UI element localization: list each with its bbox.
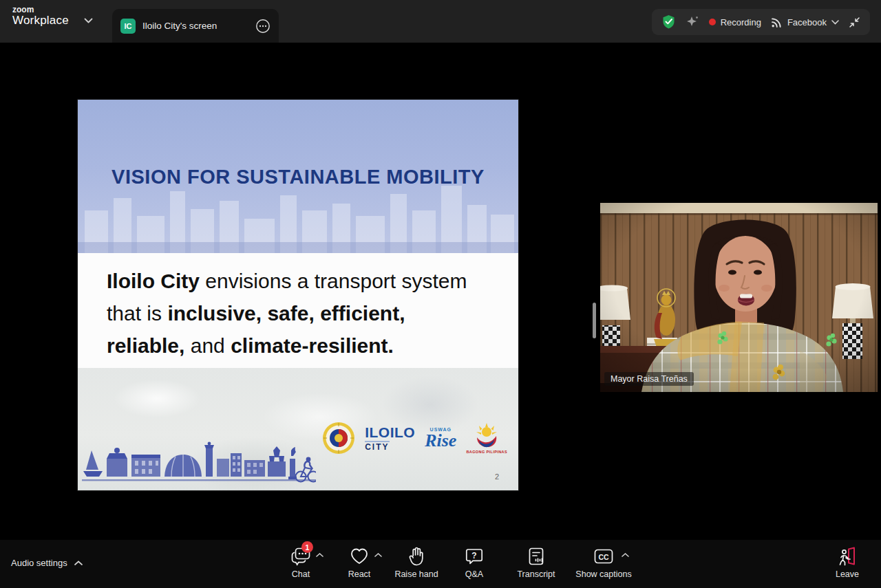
uswag-rise-logo: USWAG Rise (425, 427, 456, 450)
broadcast-icon (771, 17, 783, 28)
recording-dot-icon (709, 19, 716, 25)
svg-text:?: ? (471, 551, 476, 560)
qa-icon: ? (465, 547, 483, 565)
tab-options-icon[interactable] (255, 19, 270, 34)
shared-slide: VISION FOR SUSTAINABLE MOBILITY Iloilo C… (78, 100, 518, 490)
bagong-pilipinas-logo: BAGONG PILIPINAS (466, 422, 507, 454)
leave-button[interactable]: Leave (814, 546, 880, 579)
recording-indicator[interactable]: Recording (709, 17, 761, 28)
ai-companion-sparkle-icon[interactable] (686, 15, 699, 29)
slide-logo-row: ILOILO CITY USWAG Rise (322, 422, 507, 455)
iloilo-city-text: CITY (365, 441, 389, 451)
react-button[interactable]: React (326, 546, 392, 579)
tab-shared-screen[interactable]: IC Iloilo City's screen (112, 9, 279, 43)
transcript-button[interactable]: Transcript (503, 546, 569, 579)
chat-menu-caret-icon[interactable] (316, 552, 323, 557)
leave-label: Leave (836, 569, 859, 579)
recording-label: Recording (721, 17, 761, 28)
iloilo-wordmark-text: ILOILO (365, 425, 415, 439)
meeting-stage: VISION FOR SUSTAINABLE MOBILITY Iloilo C… (0, 43, 881, 540)
audio-settings-chevron-up-icon (74, 560, 83, 565)
iloilo-skyline-illustration (82, 438, 316, 485)
transcript-label: Transcript (517, 569, 555, 579)
panel-resize-handle[interactable] (593, 303, 596, 338)
heart-react-icon (350, 547, 369, 565)
slide-page-number: 2 (495, 472, 499, 481)
raise-hand-button[interactable]: Raise hand (383, 546, 449, 579)
exit-fullscreen-icon[interactable] (849, 17, 860, 28)
bagong-pilipinas-emblem (474, 422, 500, 448)
slide-title: VISION FOR SUSTAINABLE MOBILITY (78, 166, 518, 188)
screen-share-badge: IC (120, 19, 136, 34)
leave-meeting-icon (838, 547, 857, 566)
participant-video-frame (600, 203, 878, 392)
participant-video-tile[interactable]: Mayor Raisa Treñas (600, 203, 878, 392)
slide-title-section: VISION FOR SUSTAINABLE MOBILITY (78, 100, 518, 253)
raise-hand-icon (408, 547, 425, 566)
meeting-topbar: zoom Workplace IC Iloilo City's screen (0, 0, 881, 43)
qa-label: Q&A (465, 569, 483, 579)
tab-title: Iloilo City's screen (142, 21, 248, 31)
zoom-app-window: zoom Workplace IC Iloilo City's screen (0, 0, 881, 588)
raise-hand-label: Raise hand (394, 569, 438, 579)
city-of-iloilo-seal (322, 422, 355, 455)
live-stream-indicator[interactable]: Facebook (771, 17, 839, 28)
slide-footer-section: ILOILO CITY USWAG Rise (78, 368, 518, 490)
participant-name-tag: Mayor Raisa Treñas (604, 372, 694, 386)
workspace-chevron-down-icon[interactable] (84, 18, 93, 23)
qa-button[interactable]: ? Q&A (441, 546, 507, 579)
react-menu-caret-icon[interactable] (374, 552, 382, 557)
slide-body-text: Iloilo City envisions a transport system… (107, 265, 498, 362)
audio-settings-button[interactable]: Audio settings (11, 558, 83, 568)
closed-captions-icon: CC (593, 548, 614, 565)
iloilo-city-wordmark: ILOILO CITY (365, 425, 415, 451)
workplace-logo-text: Workplace (12, 14, 69, 27)
svg-text:CC: CC (598, 553, 609, 561)
captions-menu-caret-icon[interactable] (622, 552, 629, 557)
react-label: React (348, 569, 371, 579)
meeting-status-pill: Recording Facebook (652, 9, 870, 35)
stream-chevron-down-icon (831, 20, 839, 25)
transcript-icon (528, 547, 544, 566)
chat-label: Chat (292, 569, 310, 579)
show-captions-button[interactable]: CC Show captions (571, 546, 637, 579)
zoom-logo-text: zoom (12, 6, 69, 14)
slide-body-section: Iloilo City envisions a transport system… (78, 253, 518, 368)
zoom-workplace-logo: zoom Workplace (12, 6, 69, 26)
show-captions-label: Show captions (575, 569, 631, 579)
audio-settings-label: Audio settings (11, 558, 67, 568)
security-shield-icon[interactable] (661, 14, 676, 30)
chat-button[interactable]: 1 Chat (268, 546, 334, 579)
stream-platform-label: Facebook (787, 17, 827, 28)
chat-unread-badge: 1 (301, 541, 313, 553)
meeting-toolbar: Audio settings 1 Chat (0, 540, 881, 588)
